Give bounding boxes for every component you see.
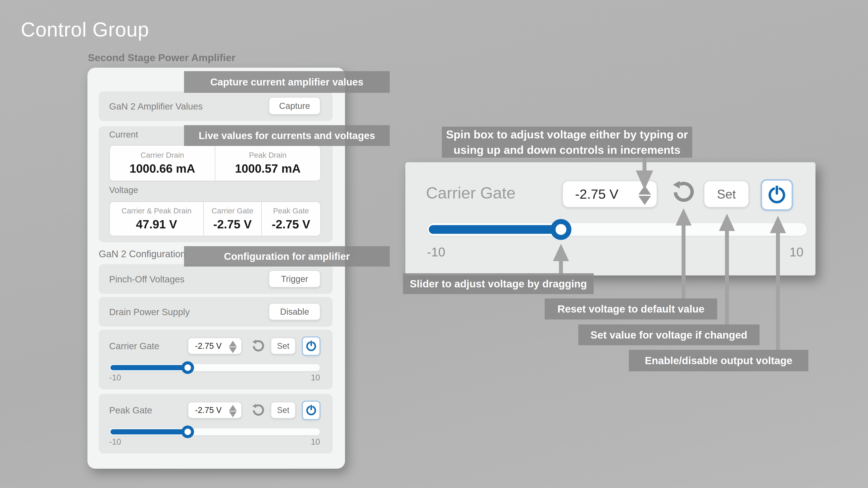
disable-button[interactable]: Disable: [269, 303, 320, 320]
carrier-gate-voltage-cell: Carrier Gate -2.75 V: [203, 202, 261, 236]
callout-spinbox-line2: using up and down controls in increments: [454, 142, 681, 158]
current-section-label: Current: [109, 130, 138, 139]
slider-handle[interactable]: [181, 361, 194, 374]
slider-fill: [429, 225, 565, 234]
callout-slider: Slider to adjust voltage by dragging: [403, 273, 594, 294]
group-subtitle: Second Stage Power Amplifier: [88, 52, 236, 64]
power-icon: [306, 405, 317, 416]
peak-gate-slider[interactable]: [109, 428, 320, 435]
peak-gate-voltage-label: Peak Gate: [273, 206, 309, 215]
callout-reset-text: Reset voltage to default value: [557, 303, 705, 315]
pinch-off-label: Pinch-Off Voltages: [109, 274, 184, 285]
slider-arrow-head: [553, 244, 569, 261]
detail-spin-value[interactable]: -2.75 V: [575, 186, 645, 202]
carrier-drain-cell: Carrier Drain 1000.66 mA: [110, 145, 215, 181]
page-title: Control Group: [21, 18, 149, 41]
peak-drain-cell: Peak Drain 1000.57 mA: [215, 145, 320, 181]
peak-gate-voltage-value: -2.75 V: [272, 217, 310, 231]
peak-gate-row: Peak Gate -2.75 V Set -10: [99, 394, 333, 454]
reset-icon[interactable]: [672, 181, 696, 204]
carrier-gate-spinbox[interactable]: -2.75 V: [188, 337, 242, 354]
spinbox-arrow-head: [636, 170, 653, 190]
callout-spinbox-line1: Spin box to adjust voltage either by typ…: [446, 127, 688, 142]
carrier-gate-row: Carrier Gate -2.75 V Set -10: [99, 330, 333, 389]
set-button[interactable]: Set: [271, 337, 296, 354]
spinbox-arrow-stem: [643, 157, 646, 171]
slider-handle[interactable]: [551, 219, 571, 240]
slider-min-label: -10: [427, 245, 445, 259]
reset-icon[interactable]: [252, 339, 265, 353]
power-toggle-button[interactable]: [761, 179, 793, 211]
reset-arrow-head: [676, 208, 691, 226]
spin-up-icon[interactable]: [229, 341, 237, 347]
carrier-gate-row-label: Carrier Gate: [109, 341, 159, 351]
callout-configuration-text: Configuration for amplifier: [224, 251, 350, 262]
reset-arrow-stem: [682, 225, 685, 299]
carrier-drain-value: 1000.66 mA: [129, 162, 195, 175]
callout-reset: Reset voltage to default value: [545, 298, 717, 320]
pinch-off-row: Pinch-Off Voltages Trigger: [99, 264, 333, 294]
slider-min-label: -10: [109, 373, 121, 382]
carrier-gate-voltage-label: Carrier Gate: [212, 206, 253, 215]
drain-supply-label: Drain Power Supply: [109, 307, 190, 317]
callout-set: Set value for voltage if changed: [578, 324, 760, 345]
callout-live-values: Live values for currents and voltages: [184, 125, 390, 146]
power-arrow-stem: [776, 232, 780, 350]
power-toggle-button[interactable]: [302, 400, 320, 420]
capture-button[interactable]: Capture: [269, 97, 320, 115]
carrier-gate-detail-panel: Carrier Gate -2.75 V Set -10 10: [405, 162, 815, 275]
callout-capture: Capture current amplifier values: [184, 71, 390, 93]
set-arrow-head: [719, 214, 735, 231]
callout-set-text: Set value for voltage if changed: [590, 329, 747, 341]
carrier-gate-voltage-value: -2.75 V: [213, 217, 252, 231]
slider-min-label: -10: [109, 437, 121, 447]
capture-row-label: GaN 2 Amplifier Values: [109, 101, 203, 112]
set-button[interactable]: Set: [271, 402, 296, 419]
peak-drain-value: 1000.57 mA: [235, 162, 301, 175]
slider-fill: [111, 429, 190, 434]
slider-handle[interactable]: [181, 426, 194, 438]
detail-row-label: Carrier Gate: [426, 184, 516, 202]
carrier-peak-drain-cell: Carrier & Peak Drain 47.91 V: [110, 202, 203, 236]
spin-down-icon[interactable]: [229, 412, 237, 417]
carrier-peak-drain-value: 47.91 V: [136, 217, 177, 231]
carrier-gate-slider[interactable]: [109, 364, 320, 371]
set-arrow-stem: [725, 230, 729, 325]
carrier-peak-drain-label: Carrier & Peak Drain: [122, 206, 192, 215]
slider-fill: [111, 365, 190, 370]
spin-down-icon[interactable]: [229, 347, 237, 353]
callout-live-values-text: Live values for currents and voltages: [199, 130, 375, 141]
voltage-values-box: Carrier & Peak Drain 47.91 V Carrier Gat…: [109, 201, 321, 236]
callout-configuration: Configuration for amplifier: [184, 246, 390, 266]
power-toggle-button[interactable]: [302, 336, 320, 356]
reset-icon[interactable]: [252, 403, 265, 417]
callout-spinbox: Spin box to adjust voltage either by typ…: [442, 127, 692, 158]
power-arrow-head: [770, 216, 786, 233]
callout-slider-text: Slider to adjust voltage by dragging: [410, 278, 587, 290]
peak-gate-row-label: Peak Gate: [109, 405, 152, 416]
callout-power-text: Enable/disable output voltage: [645, 355, 792, 366]
peak-gate-voltage-cell: Peak Gate -2.75 V: [261, 202, 320, 236]
power-icon: [768, 186, 786, 204]
slider-max-label: 10: [789, 245, 804, 259]
trigger-button[interactable]: Trigger: [269, 270, 320, 288]
peak-gate-spin-value[interactable]: -2.75 V: [195, 405, 235, 415]
slider-max-label: 10: [311, 437, 320, 447]
slider-max-label: 10: [311, 373, 320, 382]
power-icon: [306, 341, 317, 352]
callout-power: Enable/disable output voltage: [629, 350, 808, 371]
peak-drain-label: Peak Drain: [249, 151, 286, 159]
carrier-gate-spin-value[interactable]: -2.75 V: [195, 341, 235, 351]
voltage-section-label: Voltage: [109, 185, 138, 195]
carrier-drain-label: Carrier Drain: [141, 151, 184, 159]
drain-supply-row: Drain Power Supply Disable: [99, 297, 333, 327]
spin-up-icon[interactable]: [229, 405, 237, 411]
slider-arrow-stem: [559, 260, 563, 274]
detail-slider[interactable]: [427, 223, 807, 236]
callout-capture-text: Capture current amplifier values: [210, 76, 364, 88]
spin-down-icon[interactable]: [639, 196, 651, 205]
peak-gate-spinbox[interactable]: -2.75 V: [188, 402, 242, 419]
configuration-title: GaN 2 Configuration: [99, 249, 186, 259]
current-values-box: Carrier Drain 1000.66 mA Peak Drain 1000…: [109, 145, 321, 181]
set-button[interactable]: Set: [704, 180, 749, 208]
